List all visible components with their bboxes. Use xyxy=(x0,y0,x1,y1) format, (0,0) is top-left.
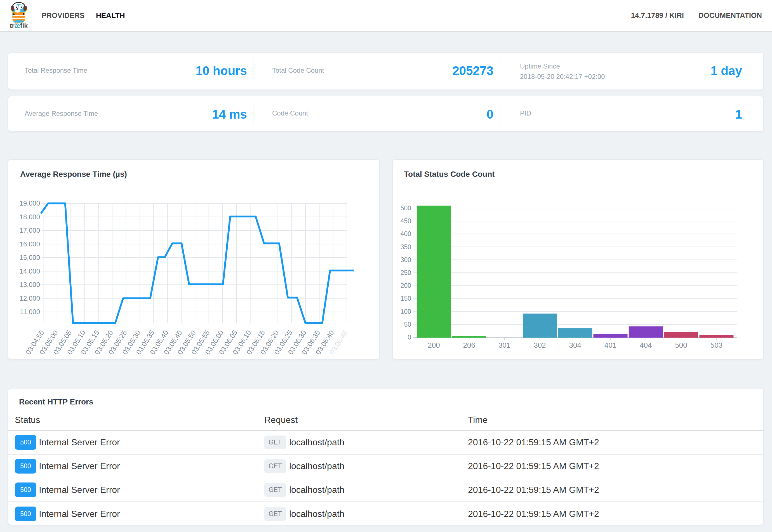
svg-text:500: 500 xyxy=(675,341,687,349)
svg-text:250: 250 xyxy=(401,269,411,276)
svg-text:100: 100 xyxy=(401,308,411,315)
svg-text:200: 200 xyxy=(428,341,440,349)
svg-text:16,000: 16,000 xyxy=(20,240,40,248)
svg-text:200: 200 xyxy=(401,282,411,289)
svg-text:0: 0 xyxy=(408,334,411,341)
svg-text:15,000: 15,000 xyxy=(20,254,40,261)
svg-text:19,000: 19,000 xyxy=(20,199,40,207)
svg-text:11,000: 11,000 xyxy=(20,308,40,316)
svg-text:304: 304 xyxy=(569,341,581,349)
svg-text:150: 150 xyxy=(401,295,411,302)
svg-text:401: 401 xyxy=(604,341,616,349)
svg-text:503: 503 xyxy=(710,341,722,349)
svg-text:13,000: 13,000 xyxy=(20,281,40,288)
svg-text:400: 400 xyxy=(401,230,411,237)
svg-text:450: 450 xyxy=(401,217,411,225)
svg-text:12,000: 12,000 xyxy=(20,295,40,302)
svg-text:302: 302 xyxy=(534,341,546,349)
svg-text:206: 206 xyxy=(463,341,475,349)
svg-text:14,000: 14,000 xyxy=(20,267,40,275)
svg-text:404: 404 xyxy=(640,341,652,349)
svg-text:17,000: 17,000 xyxy=(20,227,40,234)
svg-text:50: 50 xyxy=(404,321,411,328)
svg-text:500: 500 xyxy=(401,204,411,212)
svg-text:18,000: 18,000 xyxy=(20,213,40,221)
svg-text:træfik: træfik xyxy=(10,22,28,29)
svg-text:301: 301 xyxy=(498,341,510,349)
svg-text:350: 350 xyxy=(401,243,411,251)
svg-text:300: 300 xyxy=(401,256,411,263)
